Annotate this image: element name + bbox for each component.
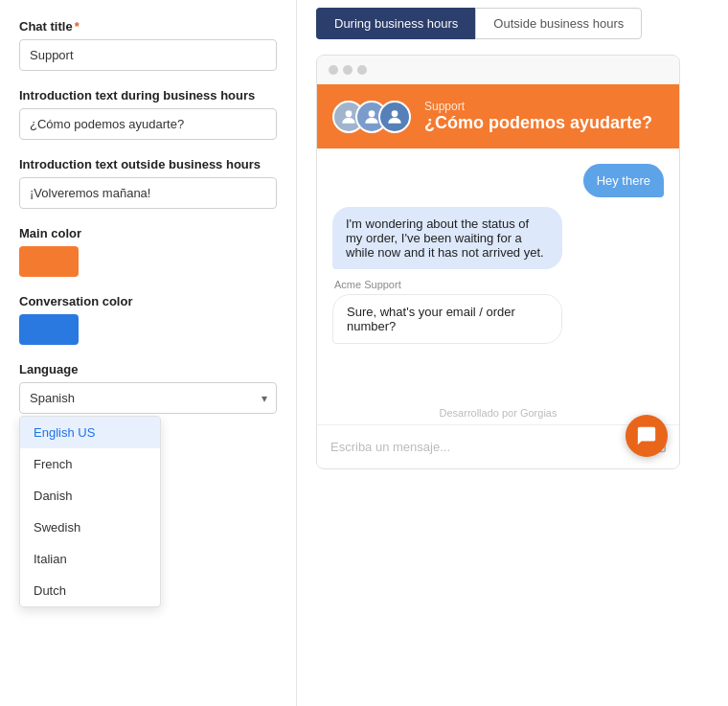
main-color-label: Main color — [19, 226, 277, 240]
chat-fab-button[interactable] — [626, 415, 668, 457]
header-intro-text: ¿Cómo podemos ayudarte? — [424, 113, 652, 133]
message-hey-there: Hey there — [583, 164, 664, 197]
language-label: Language — [19, 362, 277, 376]
language-group: Language Spanish English US French Danis… — [19, 362, 277, 605]
language-select[interactable]: Spanish English US French Danish Swedish… — [19, 382, 277, 414]
right-panel: During business hours Outside business h… — [297, 0, 728, 706]
main-color-swatch[interactable] — [19, 246, 79, 277]
intro-outside-input[interactable] — [19, 177, 277, 209]
dropdown-item-danish[interactable]: Danish — [20, 480, 160, 512]
chat-title-group: Chat title* — [19, 19, 277, 71]
left-panel: Chat title* Introduction text during bus… — [0, 0, 297, 706]
tab-during-business-hours[interactable]: During business hours — [316, 8, 475, 39]
messages-area: Hey there I'm wondering about the status… — [317, 148, 679, 398]
chat-input-placeholder: Escriba un mensaje... — [330, 440, 450, 454]
support-name: Support — [424, 100, 652, 113]
powered-by-label: Desarrollado por Gorgias — [317, 398, 679, 424]
language-select-wrapper: Spanish English US French Danish Swedish… — [19, 382, 277, 414]
tab-outside-business-hours[interactable]: Outside business hours — [475, 8, 642, 39]
avatar-3 — [378, 101, 411, 133]
intro-during-input[interactable] — [19, 108, 277, 140]
intro-during-group: Introduction text during business hours — [19, 88, 277, 140]
intro-outside-label: Introduction text outside business hours — [19, 157, 277, 171]
chat-preview-window: Support ¿Cómo podemos ayudarte? Hey ther… — [316, 55, 680, 469]
window-titlebar — [317, 56, 679, 84]
agent-response-group: Acme Support Sure, what's your email / o… — [332, 279, 664, 344]
tab-bar: During business hours Outside business h… — [316, 0, 642, 39]
window-dot-2 — [343, 65, 353, 75]
chat-title-text: Chat title — [19, 19, 73, 34]
dropdown-item-dutch[interactable]: Dutch — [20, 575, 160, 606]
dropdown-item-italian[interactable]: Italian — [20, 543, 160, 575]
window-dot-3 — [357, 65, 367, 75]
agent-label: Acme Support — [334, 279, 664, 290]
dropdown-item-french[interactable]: French — [20, 448, 160, 480]
chat-header-text: Support ¿Cómo podemos ayudarte? — [424, 100, 652, 133]
dropdown-item-swedish[interactable]: Swedish — [20, 512, 160, 543]
svg-point-2 — [392, 110, 398, 117]
window-dot-1 — [329, 65, 338, 75]
message-order-inquiry: I'm wondering about the status of my ord… — [332, 207, 562, 269]
required-star: * — [75, 19, 80, 34]
intro-outside-group: Introduction text outside business hours — [19, 157, 277, 209]
chat-title-input[interactable] — [19, 39, 277, 71]
main-color-group: Main color — [19, 226, 277, 277]
chat-header: Support ¿Cómo podemos ayudarte? — [317, 84, 679, 148]
agent-avatars — [332, 101, 411, 133]
conversation-color-swatch[interactable] — [19, 314, 79, 345]
intro-during-label: Introduction text during business hours — [19, 88, 277, 102]
language-dropdown: English US French Danish Swedish Italian… — [19, 416, 161, 607]
dropdown-item-english-us[interactable]: English US — [20, 417, 160, 448]
chat-input-bar: Escriba un mensaje... — [317, 424, 679, 468]
chat-title-label: Chat title* — [19, 19, 277, 34]
svg-point-0 — [346, 110, 353, 117]
conversation-color-group: Conversation color — [19, 294, 277, 345]
message-agent-reply: Sure, what's your email / order number? — [332, 294, 562, 344]
svg-point-1 — [369, 110, 375, 117]
conversation-color-label: Conversation color — [19, 294, 277, 308]
